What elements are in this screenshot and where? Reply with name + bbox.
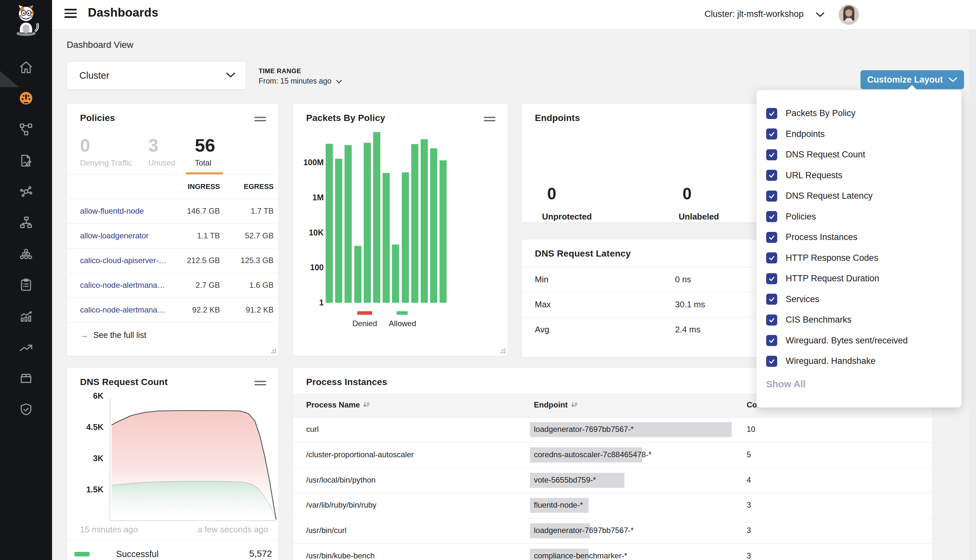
allowed-packets-bar[interactable] (345, 145, 352, 303)
checkbox-checked[interactable] (766, 190, 777, 202)
policy-link[interactable]: calico-cloud-apiserver-… (80, 256, 166, 265)
sidebar-item-compliance-reports[interactable] (18, 277, 33, 292)
dashboard-view-select[interactable]: Cluster (67, 61, 246, 90)
policy-link[interactable]: calico-node-alertmana… (80, 305, 165, 315)
checkbox-checked[interactable] (766, 128, 777, 140)
sidebar-item-threat-graph[interactable] (18, 184, 33, 199)
menu-item-dns-request-count[interactable]: DNS Request Count (756, 144, 961, 165)
successful-legend-value: 5,572 (249, 548, 272, 559)
policies-stat-value[interactable]: 56 (195, 135, 215, 156)
checkbox-checked[interactable] (766, 294, 777, 305)
column-header-ingress[interactable]: INGRESS (158, 182, 220, 191)
allowed-legend-label[interactable]: Allowed (380, 319, 425, 328)
column-header-endpoint[interactable]: Endpoint (534, 400, 578, 410)
dashboard-view-value: Cluster (79, 70, 109, 81)
menu-item-policies[interactable]: Policies (756, 207, 961, 227)
egress-value: 1.7 TB (228, 207, 274, 216)
sidebar-item-network-sets[interactable] (18, 215, 33, 230)
allowed-packets-bar[interactable] (411, 144, 419, 303)
checkbox-checked[interactable] (766, 335, 777, 346)
allowed-packets-bar[interactable] (373, 132, 380, 303)
allowed-packets-bar[interactable] (439, 160, 447, 303)
menu-item-http-response-codes[interactable]: HTTP Response Codes (756, 248, 961, 268)
sidebar-item-home[interactable] (18, 60, 33, 75)
see-full-list-link[interactable]: →See the full list (80, 330, 147, 340)
checkbox-checked[interactable] (766, 211, 777, 222)
process-name-cell: curl (306, 425, 319, 434)
column-header-egress[interactable]: EGRESS (215, 182, 274, 191)
allowed-legend-swatch[interactable] (397, 311, 408, 315)
column-header-process-name[interactable]: Process Name (306, 400, 370, 410)
calico-cat-logo[interactable] (10, 3, 42, 38)
svg-text:4.5K: 4.5K (86, 422, 103, 432)
time-range-value[interactable]: From: 15 minutes ago (259, 77, 342, 85)
menu-item-cis-benchmarks[interactable]: CIS Benchmarks (756, 310, 961, 330)
egress-value: 91.2 KB (228, 305, 274, 315)
allowed-packets-bar[interactable] (430, 148, 437, 303)
allowed-packets-bar[interactable] (392, 245, 399, 303)
sidebar-item-activity[interactable] (18, 340, 33, 355)
allowed-packets-bar[interactable] (383, 173, 390, 303)
policies-stat-value[interactable]: 3 (148, 135, 158, 156)
policy-link[interactable]: calico-node-alertmana… (80, 281, 165, 290)
policies-stat-label[interactable]: Denying Traffic (80, 158, 132, 167)
checkbox-checked[interactable] (766, 170, 777, 181)
sidebar-item-network-flow[interactable] (18, 122, 33, 137)
allowed-packets-bar[interactable] (354, 246, 362, 303)
menu-item-endpoints[interactable]: Endpoints (756, 124, 961, 145)
sidebar-item-packages[interactable] (18, 371, 33, 386)
checkbox-checked[interactable] (766, 273, 777, 284)
sidebar-item-metrics[interactable] (18, 308, 33, 323)
molecule-icon (19, 184, 33, 199)
resize-handle[interactable] (271, 348, 276, 353)
policy-link[interactable]: allow-loadgenerator (80, 231, 148, 240)
menu-item-http-request-duration[interactable]: HTTP Request Duration (756, 268, 961, 289)
policies-card: Policies 0Denying Traffic3Unused56Total … (67, 103, 279, 356)
sidebar-item-policy-recommendations[interactable] (18, 153, 33, 168)
menu-item-wireguard-handshake[interactable]: Wireguard. Handshake (756, 351, 961, 372)
sidebar-item-security[interactable] (18, 402, 33, 417)
sidebar-fold-decoration (0, 71, 19, 87)
card-menu-icon[interactable] (254, 117, 266, 123)
cluster-selector[interactable]: Cluster: jlt-msft-workshop (704, 9, 804, 19)
process-name-cell: /usr/bin/kube-bench (306, 551, 375, 560)
sidebar-item-dashboards-active[interactable] (18, 91, 33, 106)
checkbox-checked[interactable] (766, 315, 777, 325)
customize-layout-dropdown: Packets By PolicyEndpointsDNS Request Co… (756, 90, 961, 407)
policy-link[interactable]: allow-fluentd-node (80, 207, 144, 216)
allowed-packets-bar[interactable] (364, 143, 371, 303)
menu-item-services[interactable]: Services (756, 289, 961, 310)
page-scrollbar[interactable] (969, 29, 976, 560)
endpoint-cell: vote-5655bd759-* (530, 468, 758, 493)
menu-item-packets-by-policy[interactable]: Packets By Policy (756, 103, 961, 124)
checkbox-checked[interactable] (766, 232, 777, 243)
show-all-link[interactable]: Show All (766, 379, 961, 390)
allowed-packets-bar[interactable] (420, 139, 428, 303)
resize-handle[interactable] (501, 348, 505, 353)
policies-stat-label[interactable]: Total (195, 158, 212, 167)
user-avatar[interactable] (839, 5, 859, 25)
menu-item-label: URL Requests (786, 170, 843, 180)
menu-item-url-requests[interactable]: URL Requests (756, 165, 961, 186)
allowed-packets-bar[interactable] (335, 159, 342, 303)
denied-legend-swatch[interactable] (357, 311, 372, 315)
ingress-value: 2.7 GB (174, 281, 220, 290)
hamburger-menu-icon[interactable] (64, 9, 77, 20)
checkbox-checked[interactable] (766, 108, 777, 119)
policies-stat-label[interactable]: Unused (148, 158, 175, 167)
chevron-down-icon[interactable] (816, 12, 825, 19)
allowed-packets-bar[interactable] (326, 144, 333, 303)
menu-item-label: Endpoints (786, 129, 825, 139)
menu-item-wireguard-bytes-sent-received[interactable]: Wireguard. Bytes sent/received (756, 330, 961, 351)
successful-legend-label[interactable]: Successful (116, 549, 159, 559)
sidebar-item-clusters[interactable] (18, 247, 33, 262)
checkbox-checked[interactable] (766, 149, 777, 160)
checkbox-checked[interactable] (766, 252, 777, 263)
menu-item-dns-request-latency[interactable]: DNS Request Latency (756, 186, 961, 207)
allowed-packets-bar[interactable] (402, 172, 409, 303)
policies-stat-value[interactable]: 0 (80, 135, 90, 156)
checkbox-checked[interactable] (766, 356, 777, 367)
menu-item-label: Packets By Policy (786, 108, 856, 118)
menu-item-process-instances[interactable]: Process Instances (756, 227, 961, 248)
dns-request-count-card: DNS Request Count 1.5K3K4.5K6K 15 minute… (67, 367, 279, 560)
